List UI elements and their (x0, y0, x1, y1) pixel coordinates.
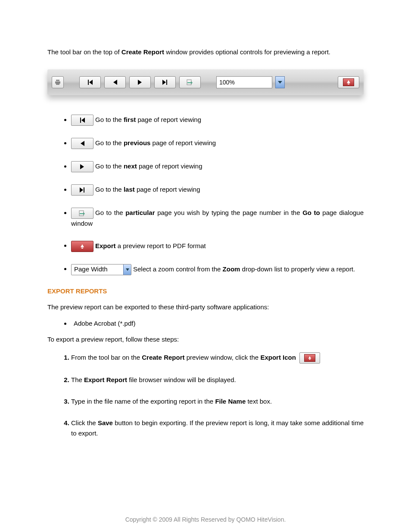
export-pdf-icon-inline (71, 241, 93, 252)
copyright-footer: Copyright © 2009 All Rights Reserved by … (47, 516, 364, 523)
pdf-icon (308, 356, 312, 360)
goto-page-button[interactable] (179, 76, 201, 88)
prev-page-icon (112, 79, 118, 85)
intro-bold: Create Report (121, 48, 164, 56)
export-p1: The preview report can be exported to th… (47, 302, 364, 312)
step-4: Click the Save button to begin exporting… (71, 418, 364, 439)
first-page-icon-inline (71, 115, 93, 126)
chevron-down-icon (278, 81, 282, 84)
list-item: Export a preview report to PDF format (71, 241, 364, 252)
first-page-button[interactable] (79, 76, 101, 88)
goto-page-icon-inline (71, 208, 93, 219)
intro-paragraph: The tool bar on the top of Create Report… (47, 47, 364, 56)
list-item: Go to the next page of report viewing (71, 161, 364, 172)
list-item: Page Width Select a zoom control from th… (71, 264, 364, 275)
list-item: Go to the particular page you wish by ty… (71, 208, 364, 229)
last-page-icon (162, 79, 168, 85)
list-item: Go to the first page of report viewing (71, 115, 364, 126)
export-steps: From the tool bar on the Create Report p… (47, 352, 364, 439)
print-icon (54, 79, 61, 86)
next-page-icon (137, 79, 143, 85)
zoom-dropdown-inline: Page Width (71, 264, 131, 275)
pdf-icon (346, 80, 351, 85)
document-page: The tool bar on the top of Create Report… (0, 0, 411, 532)
step-1: From the tool bar on the Create Report p… (71, 352, 364, 364)
export-reports-heading: EXPORT REPORTS (47, 287, 364, 295)
first-page-icon (87, 79, 93, 85)
goto-page-icon (187, 79, 193, 86)
zoom-value: 100% (219, 79, 235, 86)
next-page-icon-inline (71, 161, 93, 172)
prev-page-button[interactable] (104, 76, 126, 88)
zoom-dropdown-button[interactable] (275, 76, 285, 88)
last-page-button[interactable] (154, 76, 176, 88)
export-pdf-button[interactable] (338, 76, 359, 88)
report-toolbar: 100% (47, 69, 364, 95)
list-item: Go to the previous page of report viewin… (71, 138, 364, 149)
step-3: Type in the file name of the exporting r… (71, 396, 364, 407)
list-item: Go to the last page of report viewing (71, 184, 364, 196)
print-button[interactable] (52, 76, 64, 88)
list-item: Adobe Acrobat (*.pdf) (71, 320, 364, 327)
last-page-icon-inline (71, 184, 93, 196)
zoom-input[interactable]: 100% (216, 76, 272, 88)
intro-post: window provides optional controls for pr… (164, 48, 330, 56)
step-2: The Export Report file browser window wi… (71, 375, 364, 385)
export-p2: To export a preview report, follow these… (47, 335, 364, 345)
intro-pre: The tool bar on the top of (47, 48, 121, 56)
export-format-list: Adobe Acrobat (*.pdf) (47, 320, 364, 327)
prev-page-icon-inline (71, 138, 93, 149)
export-icon-inline (299, 352, 320, 364)
toolbar-descriptions: Go to the first page of report viewing G… (47, 115, 364, 275)
next-page-button[interactable] (129, 76, 151, 88)
